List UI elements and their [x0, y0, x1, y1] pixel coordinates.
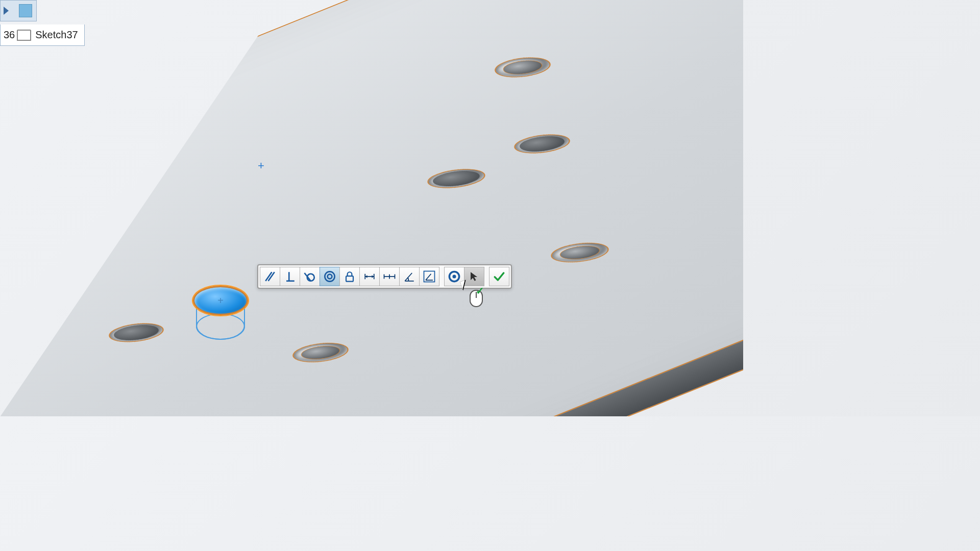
angle-box-icon — [422, 269, 436, 284]
breadcrumb-back-button[interactable] — [0, 0, 37, 21]
dimension-hh-icon — [382, 269, 397, 284]
current-feature-name: Sketch37 — [35, 29, 78, 41]
arrow-tool-icon — [467, 269, 481, 284]
lock-icon — [342, 269, 357, 284]
breadcrumb — [0, 0, 37, 21]
feature-icon — [19, 4, 32, 17]
smart-dimension-button[interactable] — [359, 267, 380, 286]
cad-viewport[interactable]: + — [0, 0, 743, 416]
svg-point-20 — [453, 275, 456, 279]
make-concentric-button[interactable] — [320, 267, 340, 286]
sketch-icon — [17, 30, 31, 41]
make-tangent-button[interactable] — [300, 267, 320, 286]
angle-dimension-button[interactable] — [399, 267, 420, 286]
perpendicular-icon — [283, 269, 297, 284]
confirm-ok-button[interactable] — [489, 267, 509, 286]
svg-point-7 — [328, 274, 332, 279]
svg-point-6 — [325, 271, 334, 281]
part-plate-face[interactable] — [0, 0, 743, 416]
auto-dimension-button[interactable] — [419, 267, 439, 286]
context-toolbar — [257, 264, 512, 289]
prev-feature-id: 36 — [4, 29, 17, 41]
breadcrumb-current[interactable]: 36 Sketch37 — [0, 24, 85, 46]
select-circle-button[interactable] — [444, 267, 464, 286]
make-fix-button[interactable] — [339, 267, 360, 286]
check-icon — [492, 269, 506, 284]
svg-marker-21 — [471, 272, 477, 281]
svg-rect-8 — [346, 276, 353, 282]
select-other-button[interactable] — [464, 267, 484, 286]
sketch-origin-marker: + — [258, 159, 264, 172]
make-parallel-button[interactable] — [260, 267, 280, 286]
parallel-icon — [263, 269, 277, 284]
tangent-icon — [303, 269, 317, 284]
dimension-h-icon — [362, 269, 377, 284]
angle-icon — [402, 269, 416, 284]
make-perpendicular-button[interactable] — [280, 267, 300, 286]
dimension-between-button[interactable] — [379, 267, 400, 286]
circle-select-icon — [447, 269, 461, 284]
concentric-icon — [323, 269, 337, 284]
selected-hole-face[interactable] — [193, 286, 248, 315]
